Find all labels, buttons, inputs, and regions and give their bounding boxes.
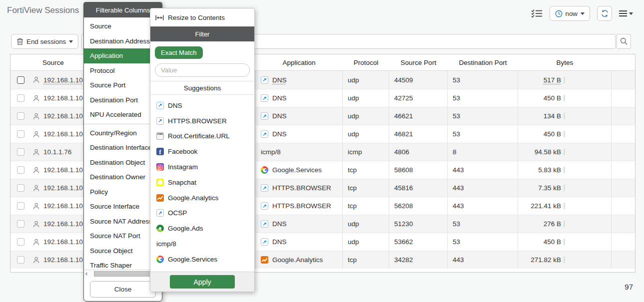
time-range-button[interactable]: now	[550, 6, 590, 21]
row-checkbox[interactable]	[17, 202, 24, 210]
suggestion-item[interactable]: Root.Certificate.URL	[150, 129, 254, 144]
row-checkbox[interactable]	[17, 256, 24, 264]
filterable-column-label: Source	[90, 22, 111, 30]
user-icon	[33, 131, 39, 138]
snapchat-icon	[156, 179, 164, 186]
hamburger-icon	[619, 10, 627, 16]
source-port-value: 58608	[394, 166, 413, 174]
application-icon	[261, 220, 268, 228]
bytes-bar	[564, 221, 565, 227]
close-button[interactable]: Close	[90, 281, 156, 298]
refresh-icon	[601, 9, 609, 17]
suggestion-item[interactable]: Snapchat	[150, 175, 254, 190]
application-name: DNS	[272, 238, 287, 246]
refresh-button[interactable]	[597, 6, 612, 21]
suggestion-label: Google.Ads	[168, 225, 203, 232]
time-range-label: now	[566, 10, 578, 17]
suggestion-label: OCSP	[168, 209, 187, 217]
user-icon	[33, 95, 39, 102]
bytes-value: 94.58 kB	[535, 148, 561, 156]
row-checkbox[interactable]	[17, 130, 24, 138]
protocol-value: udp	[348, 94, 359, 102]
chevron-down-icon	[69, 40, 73, 43]
row-checkbox[interactable]	[17, 220, 24, 228]
apply-button[interactable]: Apply	[170, 275, 235, 289]
bytes-bar	[564, 95, 565, 101]
row-checkbox[interactable]	[17, 94, 24, 102]
page-menu-button[interactable]	[619, 10, 633, 16]
suggestion-item[interactable]: Facebook	[150, 144, 254, 159]
exact-match-toggle[interactable]: Exact Match	[155, 46, 203, 59]
source-ip: 192.168.1.10	[43, 220, 83, 228]
application-name: DNS	[272, 220, 287, 228]
suggestion-item[interactable]: HTTPS.BROWSER	[150, 113, 254, 129]
resize-width-icon	[155, 14, 164, 21]
end-sessions-button[interactable]: End sessions	[11, 34, 78, 49]
application-icon	[261, 202, 268, 210]
column-header-source-port[interactable]: Source Port	[389, 59, 448, 66]
suggestion-item[interactable]: DNS	[150, 98, 254, 113]
filter-popup-footer: Apply	[150, 272, 254, 292]
bytes-bar	[564, 149, 565, 155]
column-header-destination-port[interactable]: Destination Port	[448, 59, 518, 66]
row-checkbox[interactable]	[17, 76, 24, 84]
suggestion-item[interactable]: Google.Ads	[150, 221, 254, 236]
column-header-protocol[interactable]: Protocol	[343, 59, 389, 66]
filterable-column-label: Destination Port	[90, 96, 138, 104]
application-name: Google.Services	[272, 166, 322, 174]
filter-title: Filter	[150, 26, 254, 41]
application-icon	[261, 184, 268, 192]
bytes-value: 5.83 kB	[538, 166, 561, 174]
protocol-value: udp	[348, 76, 359, 84]
application-icon	[156, 117, 164, 125]
filterable-column-label: Source NAT Port	[90, 232, 140, 240]
row-checkbox[interactable]	[17, 166, 24, 174]
column-header-application[interactable]: Application	[255, 59, 343, 66]
search-icon	[620, 37, 628, 45]
source-ip: 192.168.1.10	[43, 166, 83, 174]
google-icon	[156, 256, 164, 263]
suggestions-title: Suggestions	[150, 81, 254, 95]
top-toolbar: now	[531, 6, 633, 21]
bytes-value: 450 B	[544, 130, 561, 138]
suggestion-label: Snapchat	[168, 179, 196, 186]
row-checkbox[interactable]	[17, 238, 24, 246]
destination-port-value: 443	[453, 166, 464, 174]
user-icon	[33, 203, 39, 210]
row-checkbox[interactable]	[17, 184, 24, 192]
source-ip: 192.168.1.10	[43, 130, 83, 138]
column-settings-icon[interactable]	[531, 9, 543, 18]
filterable-column-label: Source Object	[90, 247, 133, 255]
google-icon	[261, 166, 268, 174]
suggestion-label: Root.Certificate.URL	[168, 132, 230, 140]
row-checkbox[interactable]	[17, 148, 24, 156]
suggestion-item[interactable]: icmp/8	[150, 236, 254, 252]
source-ip: 192.168.1.10	[43, 112, 83, 120]
user-icon	[33, 167, 39, 174]
suggestion-item[interactable]: OCSP	[150, 206, 254, 221]
search-button[interactable]	[617, 34, 631, 49]
bytes-value: 517 B	[544, 76, 561, 84]
resize-to-contents-item[interactable]: Resize to Contents	[150, 8, 254, 26]
bytes-value: 276 B	[544, 220, 561, 228]
scroll-left-icon[interactable]: ‹	[85, 270, 87, 278]
suggestion-label: DNS	[168, 102, 182, 109]
suggestion-label: icmp/8	[156, 240, 176, 248]
suggestion-item[interactable]: Google.Analytics	[150, 190, 254, 206]
bytes-bar	[564, 257, 565, 263]
source-ip: 10.1.1.76	[43, 148, 71, 156]
filterable-column-label: Destination Address	[90, 37, 150, 45]
row-checkbox[interactable]	[17, 112, 24, 120]
suggestion-item[interactable]: Instagram	[150, 159, 254, 175]
scrollbar-thumb[interactable]	[94, 271, 155, 277]
column-filter-popup: Resize to Contents Filter Exact Match Su…	[150, 8, 255, 292]
filter-value-input[interactable]	[155, 63, 250, 77]
user-icon	[33, 185, 39, 192]
suggestion-item[interactable]: Google.Services	[150, 252, 254, 267]
filterable-column-label: Source Port	[90, 81, 125, 89]
application-icon	[261, 112, 268, 120]
application-icon	[261, 76, 268, 84]
protocol-value: udp	[348, 238, 359, 246]
trash-icon	[16, 37, 23, 45]
column-header-bytes[interactable]: Bytes	[518, 59, 612, 66]
